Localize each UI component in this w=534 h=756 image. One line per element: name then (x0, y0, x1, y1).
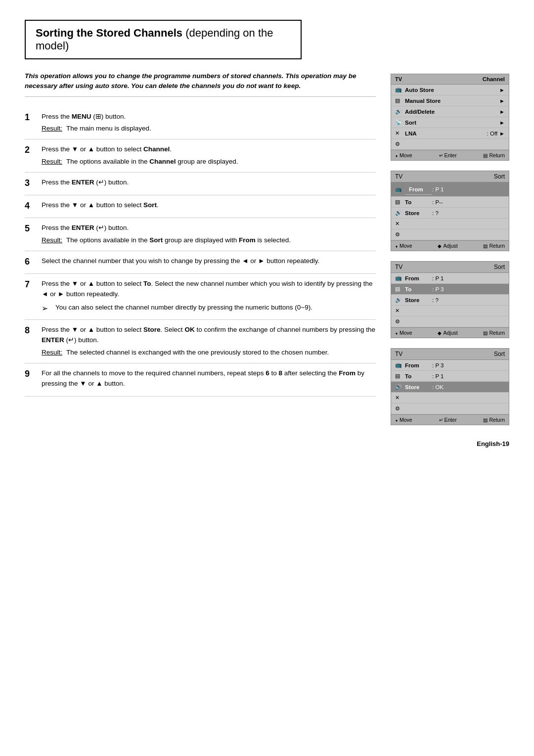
enter-icon: ↵ (439, 153, 443, 158)
sort3-x-icon: ✕ (395, 395, 405, 401)
sort3-to-label: To (405, 373, 432, 379)
sort3-row-store: 🔊 Store : OK (391, 382, 509, 393)
page: Sorting the Stored Channels (depending o… (0, 0, 534, 756)
footer-enter: ↵ Enter (439, 152, 457, 158)
step-7-note-row: ➢ You can also select the channel number… (42, 303, 376, 315)
step-2: 2 Press the ▼ or ▲ button to select Chan… (25, 139, 376, 173)
step-5-result-text: The options available in the Sort group … (66, 235, 291, 246)
sort1-row-from: 📺 From : P 1 (391, 182, 509, 197)
step-2-result-text: The options available in the Channel gro… (66, 157, 238, 167)
sort3-store-value: : OK (432, 384, 444, 390)
manualstore-label: Manual Store (405, 98, 497, 104)
step-5-result-label: Result: (42, 235, 62, 246)
step-8-text: Press the ▼ or ▲ button to select Store.… (42, 325, 376, 346)
manualstore-arrow: ► (499, 98, 505, 104)
content-area: This operation allows you to change the … (25, 71, 509, 425)
manualstore-icon: ▤ (395, 97, 405, 104)
step-8-number: 8 (25, 325, 36, 336)
steps-list: 1 Press the MENU (⊞) button. Result: The… (25, 107, 376, 397)
step-8-result-text: The selected channel is exchanged with t… (66, 348, 329, 358)
sort1-from-label: From (405, 184, 432, 195)
step-3-text: Press the ENTER (↵) button. (42, 178, 376, 188)
sort3-row-x: ✕ (391, 393, 509, 403)
channel-row-lna: ✕ LNA : Off ► (391, 128, 509, 139)
sort1-row-x: ✕ (391, 219, 509, 229)
lna-arrow: ► (499, 131, 505, 136)
sort3-from-value: : P 3 (432, 362, 444, 368)
sort2-store-label: Store (405, 297, 432, 303)
sort3-footer-move: ⬧ Move (395, 417, 412, 423)
step-5-result-row: Result: The options available in the Sor… (42, 235, 376, 246)
intro-paragraph: This operation allows you to change the … (25, 71, 376, 97)
channel-section-title: Channel (483, 76, 505, 82)
sort3-to-value: : P 1 (432, 373, 444, 379)
sort1-section-title: Sort (494, 173, 505, 180)
move-icon: ⬧ (395, 153, 398, 158)
channel-row-sort: 📡 Sort ► (391, 117, 509, 128)
autostore-label: Auto Store (405, 87, 497, 93)
sort1-move-icon: ⬧ (395, 243, 398, 249)
sort-icon: 📡 (395, 119, 405, 126)
sort1-from-value: : P 1 (432, 186, 444, 192)
sort2-row-from: 📺 From : P 1 (391, 273, 509, 284)
channel-row-adddelete: 🔊 Add/Delete ► (391, 106, 509, 117)
sort3-return-icon: ▤ (483, 417, 488, 423)
step-2-content: Press the ▼ or ▲ button to select Channe… (42, 144, 376, 167)
sort3-store-icon: 🔊 (395, 384, 405, 390)
sort2-adjust-icon: ◆ (438, 330, 442, 336)
sort1-to-value: : P-- (432, 199, 443, 205)
sort2-to-icon: ▤ (395, 286, 405, 292)
sort1-footer-return: ▤ Return (483, 243, 505, 249)
step-5: 5 Press the ENTER (↵) button. Result: Th… (25, 218, 376, 251)
step-5-number: 5 (25, 223, 36, 234)
sort-panel-3-header: TV Sort (391, 349, 509, 360)
sort2-to-value: : P 3 (432, 286, 444, 292)
sort1-x-icon: ✕ (395, 221, 405, 227)
sort2-return-icon: ▤ (483, 330, 488, 336)
sort-panel-1-header: TV Sort (391, 171, 509, 182)
sort2-row-store: 🔊 Store : ? (391, 295, 509, 306)
step-9-text: For all the channels to move to the requ… (42, 368, 376, 389)
sort3-footer-enter: ↵ Enter (439, 417, 457, 423)
adddelete-icon: 🔊 (395, 108, 405, 115)
title-bold: Sorting the Stored Channels (36, 27, 182, 39)
sort2-row-x: ✕ (391, 306, 509, 316)
return-icon: ▤ (483, 153, 488, 158)
lna-value: : Off (487, 131, 498, 136)
sort2-from-label: From (405, 275, 432, 281)
sort2-x-icon: ✕ (395, 308, 405, 314)
sort1-sliders-icon: ⚙ (395, 231, 405, 238)
note-arrow-icon: ➢ (42, 303, 51, 315)
step-8-result-row: Result: The selected channel is exchange… (42, 348, 376, 358)
sort2-store-value: : ? (432, 297, 439, 303)
sort-panel-2-body: 📺 From : P 1 ▤ To : P 3 🔊 Store : ? (391, 273, 509, 327)
sort-panel-1-footer: ⬧ Move ◆ Adjust ▤ Return (391, 240, 509, 251)
sort2-row-to: ▤ To : P 3 (391, 284, 509, 295)
adddelete-label: Add/Delete (405, 109, 497, 115)
step-1-result-row: Result: The main menu is displayed. (42, 124, 376, 134)
step-5-content: Press the ENTER (↵) button. Result: The … (42, 223, 376, 246)
sort2-from-value: : P 1 (432, 275, 444, 281)
channel-tv-label: TV (395, 76, 402, 82)
sort3-from-label: From (405, 362, 432, 368)
step-5-text: Press the ENTER (↵) button. (42, 223, 376, 233)
channel-menu-body: 📺 Auto Store ► ▤ Manual Store ► 🔊 Add/De… (391, 85, 509, 150)
step-7-number: 7 (25, 279, 36, 290)
step-2-result-label: Result: (42, 157, 62, 167)
footer-move: ⬧ Move (395, 152, 412, 158)
sort1-row-store: 🔊 Store : ? (391, 208, 509, 219)
step-1: 1 Press the MENU (⊞) button. Result: The… (25, 107, 376, 140)
sort-label: Sort (405, 120, 497, 126)
lna-label: LNA (405, 131, 485, 136)
step-9-number: 9 (25, 368, 36, 380)
sort2-row-sliders: ⚙ (391, 316, 509, 327)
sort-arrow: ► (499, 120, 505, 126)
sort1-row-sliders: ⚙ (391, 229, 509, 240)
sort2-store-icon: 🔊 (395, 297, 405, 303)
sort-panel-1: TV Sort 📺 From : P 1 ▤ To : P-- (391, 171, 509, 251)
step-7: 7 Press the ▼ or ▲ button to select To. … (25, 274, 376, 320)
step-8: 8 Press the ▼ or ▲ button to select Stor… (25, 320, 376, 363)
sort1-footer-adjust: ◆ Adjust (438, 243, 457, 249)
sort3-store-label: Store (405, 384, 432, 390)
step-3: 3 Press the ENTER (↵) button. (25, 173, 376, 195)
